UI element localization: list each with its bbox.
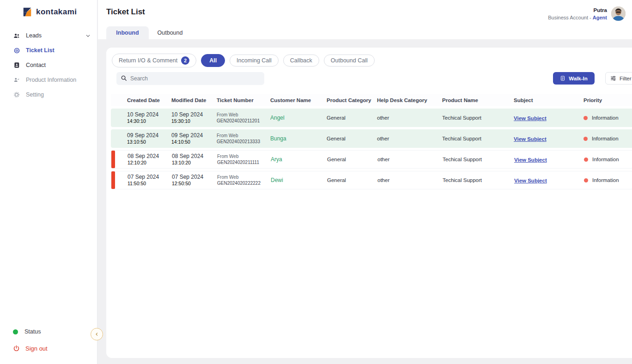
sidebar-item-label: Setting xyxy=(26,91,44,98)
customer-name-cell: Arya xyxy=(271,156,327,163)
priority-cell: Information xyxy=(583,115,632,121)
product-name-cell: Techical Support xyxy=(442,136,514,141)
table-row[interactable]: 07 Sep 2024 11:50:50 07 Sep 2024 12:50:5… xyxy=(111,171,632,189)
product-category-cell: General xyxy=(327,177,377,183)
product-category-cell: General xyxy=(327,157,377,162)
product-name-cell: Techical Support xyxy=(443,157,514,162)
sidebar: kontakami Leads Ticket List Contact xyxy=(0,0,97,364)
table-column-header[interactable]: Modified Date xyxy=(171,97,217,103)
table-row[interactable]: 09 Sep 2024 13:10:50 09 Sep 2024 14:10:5… xyxy=(111,129,632,148)
call-type-chips: All Incoming Call Callback Outbound Call xyxy=(201,54,375,67)
people-icon xyxy=(13,32,20,39)
filter-button[interactable]: Filter xyxy=(605,72,632,85)
subject-cell: View Subject xyxy=(514,176,584,184)
sign-out-label: Sign out xyxy=(25,345,48,352)
search-input[interactable] xyxy=(116,72,264,85)
product-category-cell: General xyxy=(327,115,377,121)
brand-logo-icon xyxy=(22,7,32,17)
sidebar-item-ticket-list[interactable]: Ticket List xyxy=(0,43,97,58)
user-separator: - xyxy=(589,15,591,20)
table-column-header[interactable]: Priority xyxy=(583,97,632,103)
sidebar-item-setting[interactable]: Setting xyxy=(0,87,97,102)
priority-cell: Information xyxy=(584,157,632,162)
created-date-cell: 10 Sep 2024 14:30:10 xyxy=(127,111,171,124)
filter-label: Filter xyxy=(620,76,632,81)
user-name: Putra xyxy=(548,7,607,14)
view-subject-link[interactable]: View Subject xyxy=(514,157,547,163)
gear-icon xyxy=(13,91,20,98)
help-desk-category-cell: other xyxy=(377,157,443,162)
tab-inbound[interactable]: Inbound xyxy=(106,26,149,39)
sidebar-nav: Leads Ticket List Contact Product Inform… xyxy=(0,28,97,102)
sidebar-item-leads[interactable]: Leads xyxy=(0,28,97,43)
customer-name-cell: Dewi xyxy=(271,177,327,183)
filter-chips-row: Return I/O & Comment 2 All Incoming Call… xyxy=(106,48,632,67)
help-desk-category-cell: other xyxy=(377,115,442,121)
tab-outbound[interactable]: Outbound xyxy=(149,26,191,39)
walk-in-button[interactable]: Walk-In xyxy=(553,72,595,85)
ticket-number-cell: From Web GEN2024020213333 xyxy=(217,133,270,145)
ticket-number-cell: From Web GEN2024020211201 xyxy=(217,112,270,124)
chevron-down-icon[interactable] xyxy=(85,33,91,38)
table-body: 10 Sep 2024 14:30:10 10 Sep 2024 15:30:1… xyxy=(106,109,632,189)
return-io-comment-label: Return I/O & Comment xyxy=(119,57,177,64)
sidebar-collapse-button[interactable] xyxy=(91,328,103,340)
table-column-header[interactable]: Help Desk Category xyxy=(377,97,442,103)
table-row[interactable]: 08 Sep 2024 12:10:20 08 Sep 2024 13:10:2… xyxy=(111,150,632,169)
sidebar-item-label: Leads xyxy=(26,32,42,39)
modified-date-cell: 08 Sep 2024 13:10:20 xyxy=(172,153,217,166)
modified-date-cell: 09 Sep 2024 14:10:50 xyxy=(171,132,217,145)
priority-label: Information xyxy=(592,157,619,162)
view-subject-link[interactable]: View Subject xyxy=(514,115,547,121)
ticket-list-card: Return I/O & Comment 2 All Incoming Call… xyxy=(106,48,632,358)
filter-chip-label: Callback xyxy=(290,57,312,64)
filter-chip[interactable]: Incoming Call xyxy=(230,55,279,67)
priority-label: Information xyxy=(592,136,619,141)
created-date-cell: 07 Sep 2024 11:50:50 xyxy=(128,174,172,187)
table-header: Created Date Modified Date Ticket Number… xyxy=(111,94,632,106)
sidebar-item-contact[interactable]: Contact xyxy=(0,58,97,73)
brand-name: kontakami xyxy=(36,7,77,17)
product-name-cell: Techical Support xyxy=(442,115,514,121)
customer-name-cell: Angel xyxy=(270,115,327,121)
table-row[interactable]: 10 Sep 2024 14:30:10 10 Sep 2024 15:30:1… xyxy=(111,109,632,127)
priority-dot-icon xyxy=(584,178,588,182)
filter-chip-label: All xyxy=(209,57,217,64)
help-desk-category-cell: other xyxy=(377,177,443,183)
status-dot-icon xyxy=(13,329,18,334)
return-io-comment-badge: 2 xyxy=(181,56,189,65)
help-desk-category-cell: other xyxy=(377,136,442,141)
user-account-type: Business Account xyxy=(548,15,588,20)
sign-out-button[interactable]: Sign out xyxy=(0,340,97,358)
filter-chip[interactable]: All xyxy=(201,54,225,67)
view-subject-link[interactable]: View Subject xyxy=(514,178,547,183)
search-box xyxy=(116,72,264,85)
filter-chip-label: Outbound Call xyxy=(331,57,368,64)
filter-chip[interactable]: Callback xyxy=(283,55,319,67)
table-column-header[interactable]: Product Category xyxy=(327,97,377,103)
table-column-header[interactable]: Product Name xyxy=(442,97,514,103)
sidebar-item-label: Product Information xyxy=(26,77,76,83)
modified-date-cell: 07 Sep 2024 12:50:50 xyxy=(172,174,217,187)
view-subject-link[interactable]: View Subject xyxy=(514,136,547,142)
filter-chip[interactable]: Outbound Call xyxy=(324,55,375,67)
chevron-left-icon xyxy=(95,332,99,336)
walk-in-label: Walk-In xyxy=(569,76,587,81)
avatar[interactable] xyxy=(611,6,626,21)
power-icon xyxy=(13,345,20,352)
created-date-cell: 09 Sep 2024 13:10:50 xyxy=(127,132,171,145)
sidebar-bottom: Status Sign out xyxy=(0,324,97,358)
return-io-comment-chip[interactable]: Return I/O & Comment 2 xyxy=(112,54,196,67)
page-title: Ticket List xyxy=(106,7,145,17)
table-column-header[interactable]: Created Date xyxy=(127,97,171,103)
product-name-cell: Techical Support xyxy=(443,177,514,183)
topbar: Ticket List Putra Business Account - Age… xyxy=(98,0,632,39)
table-column-header[interactable]: Subject xyxy=(514,97,583,103)
table-column-header[interactable]: Customer Name xyxy=(270,97,327,103)
sidebar-item-product-information[interactable]: Product Information xyxy=(0,73,97,87)
product-category-cell: General xyxy=(327,136,377,141)
priority-cell: Information xyxy=(584,177,632,183)
user-info[interactable]: Putra Business Account - Agent xyxy=(548,7,607,21)
filter-chip-label: Incoming Call xyxy=(237,57,272,64)
table-column-header[interactable]: Ticket Number xyxy=(217,97,270,103)
